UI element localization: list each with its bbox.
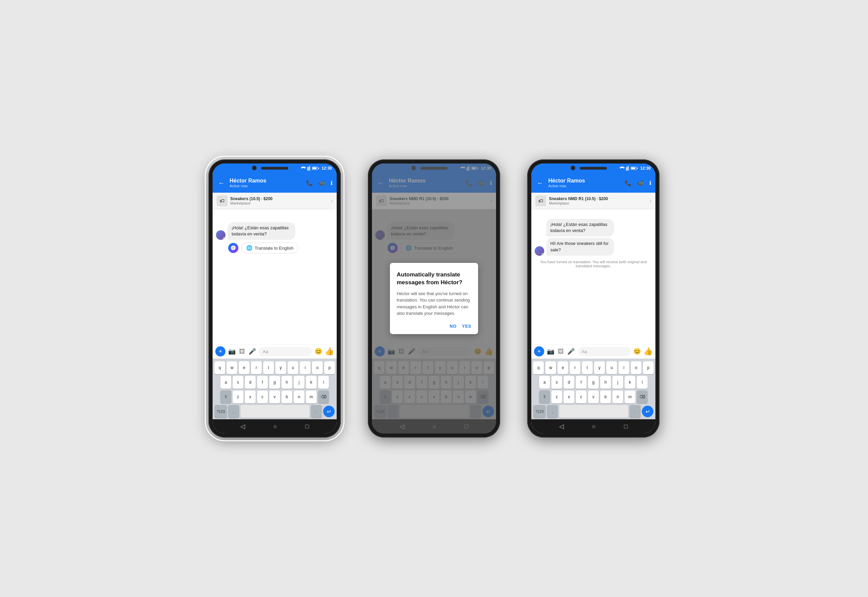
- phone-speaker-1: [261, 167, 288, 169]
- nav-recents-3[interactable]: □: [624, 423, 628, 430]
- phone-screen-1: 12:30 ← Héctor Ramos Active now 📞 📹 ℹ 🏷 …: [213, 163, 337, 434]
- svg-rect-15: [627, 166, 628, 171]
- contact-name-1: Héctor Ramos: [230, 178, 303, 184]
- marketplace-bar-1[interactable]: 🏷 Sneakers (10.5) · $200 Marketplace ›: [213, 193, 337, 209]
- marketplace-arrow-3: ›: [650, 198, 651, 203]
- camera-icon-3[interactable]: 📷: [547, 348, 554, 355]
- key-num[interactable]: ?123: [215, 405, 227, 418]
- dialog-title: Automatically translate messages from Hé…: [397, 271, 471, 286]
- marketplace-icon-1: 🏷: [217, 195, 228, 206]
- back-button-3[interactable]: ←: [535, 178, 545, 188]
- online-dot-3: [542, 253, 544, 256]
- image-icon-3[interactable]: 🖼: [558, 348, 564, 355]
- status-icons-3: [620, 166, 638, 171]
- info-icon-1[interactable]: ℹ: [330, 180, 333, 186]
- like-icon-3[interactable]: 👍: [644, 347, 653, 356]
- contact-status-1: Active now: [230, 184, 303, 188]
- dialog: Automatically translate messages from Hé…: [390, 263, 478, 334]
- svg-rect-14: [626, 167, 627, 171]
- key-o[interactable]: o: [312, 361, 323, 374]
- key-n[interactable]: n: [293, 391, 305, 403]
- key-t[interactable]: t: [263, 361, 274, 374]
- nav-home-3[interactable]: ○: [592, 423, 596, 430]
- video-icon-3[interactable]: 📹: [637, 180, 644, 186]
- emoji-icon-3[interactable]: 😊: [633, 348, 641, 355]
- nav-back-3[interactable]: ◁: [559, 423, 564, 430]
- key-s[interactable]: s: [233, 376, 243, 389]
- header-info-3: Héctor Ramos Active now: [548, 178, 622, 188]
- key-r[interactable]: r: [251, 361, 262, 374]
- key-k[interactable]: k: [306, 376, 317, 389]
- key-enter[interactable]: ↵: [323, 406, 335, 417]
- key-z[interactable]: z: [233, 391, 243, 403]
- mic-icon-1[interactable]: 🎤: [249, 348, 256, 355]
- translate-label-1: Translate to English: [255, 246, 293, 251]
- key-g[interactable]: g: [269, 376, 280, 389]
- marketplace-title-1: Sneakers (10.5) · $200: [230, 196, 328, 201]
- key-j[interactable]: j: [293, 376, 305, 389]
- svg-rect-16: [628, 166, 629, 171]
- video-icon-1[interactable]: 📹: [318, 180, 325, 186]
- key-i[interactable]: i: [300, 361, 311, 374]
- header-actions-3: 📞 📹 ℹ: [625, 180, 651, 186]
- phone-icon-1[interactable]: 📞: [306, 180, 313, 186]
- header-info-1: Héctor Ramos Active now: [230, 178, 303, 188]
- translate-button-1[interactable]: 🌐 Translate to English: [241, 242, 298, 253]
- key-h[interactable]: h: [281, 376, 292, 389]
- back-button-1[interactable]: ←: [217, 178, 226, 188]
- input-actions-1: 📷 🖼 🎤: [228, 348, 256, 355]
- key-y[interactable]: y: [276, 361, 286, 374]
- key-b[interactable]: b: [281, 391, 292, 403]
- marketplace-bar-3[interactable]: 🏷 Sneakers NMD R1 (10.5) · $200 Marketpl…: [531, 193, 655, 209]
- marketplace-arrow-1: ›: [331, 198, 333, 203]
- svg-rect-5: [313, 168, 317, 169]
- mic-icon-3[interactable]: 🎤: [567, 348, 575, 355]
- online-dot-1: [223, 237, 225, 240]
- plus-button-3[interactable]: +: [534, 346, 544, 356]
- phone-screen-3: 12:30 ← Héctor Ramos Active now 📞 📹 ℹ 🏷 …: [531, 163, 655, 434]
- like-icon-1[interactable]: 👍: [325, 347, 334, 356]
- dialog-no-button[interactable]: NO: [450, 324, 457, 329]
- emoji-icon-1[interactable]: 😊: [315, 348, 322, 355]
- translation-notice-3: You have turned on translation. You will…: [535, 260, 652, 268]
- dialog-yes-button[interactable]: YES: [462, 324, 471, 329]
- key-e[interactable]: e: [239, 361, 250, 374]
- key-l[interactable]: l: [318, 376, 329, 389]
- nav-recents-1[interactable]: □: [305, 423, 309, 430]
- key-shift[interactable]: ⇧: [221, 391, 231, 403]
- marketplace-subtitle-1: Marketplace: [230, 201, 328, 205]
- phone-3: 12:30 ← Héctor Ramos Active now 📞 📹 ℹ 🏷 …: [527, 159, 659, 438]
- contact-status-3: Active now: [548, 184, 622, 188]
- key-q[interactable]: q: [214, 361, 225, 374]
- phone-icon-3[interactable]: 📞: [625, 180, 632, 186]
- key-f[interactable]: f: [257, 376, 268, 389]
- key-x[interactable]: x: [245, 391, 256, 403]
- key-comma[interactable]: ,: [228, 405, 239, 418]
- message-input-1[interactable]: Aa: [259, 347, 312, 356]
- key-period[interactable]: .: [311, 405, 322, 418]
- camera-icon-1[interactable]: 📷: [228, 348, 236, 355]
- message-input-3[interactable]: Aa: [578, 347, 631, 356]
- key-u[interactable]: u: [287, 361, 298, 374]
- key-d[interactable]: d: [245, 376, 256, 389]
- marketplace-subtitle-3: Marketplace: [549, 201, 647, 205]
- image-icon-1[interactable]: 🖼: [239, 348, 245, 355]
- key-w[interactable]: w: [227, 361, 237, 374]
- key-v[interactable]: v: [269, 391, 280, 403]
- input-bar-1: + 📷 🖼 🎤 Aa 😊 👍: [213, 344, 337, 359]
- key-c[interactable]: c: [257, 391, 268, 403]
- header-actions-1: 📞 📹 ℹ: [306, 180, 333, 186]
- info-icon-3[interactable]: ℹ: [649, 180, 651, 186]
- keyboard-1: q w e r t y u i o p a s d f g h j k l: [213, 359, 337, 419]
- key-m[interactable]: m: [306, 391, 317, 403]
- key-backspace[interactable]: ⌫: [318, 391, 329, 403]
- svg-rect-19: [631, 168, 635, 169]
- key-space[interactable]: [240, 405, 310, 418]
- key-p[interactable]: p: [324, 361, 335, 374]
- key-a[interactable]: a: [221, 376, 231, 389]
- svg-rect-3: [310, 166, 311, 171]
- nav-back-1[interactable]: ◁: [240, 423, 245, 430]
- plus-button-1[interactable]: +: [215, 346, 225, 356]
- nav-home-1[interactable]: ○: [273, 423, 277, 430]
- dialog-body: Héctor will see that you've turned on tr…: [397, 290, 471, 317]
